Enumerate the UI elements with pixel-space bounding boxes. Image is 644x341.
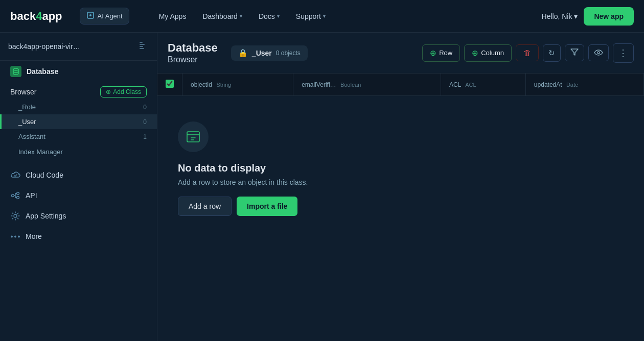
- add-row-button[interactable]: ⊕ Row: [422, 44, 460, 62]
- empty-icon: [178, 121, 209, 152]
- user-chevron-icon: ▾: [574, 12, 578, 20]
- svg-rect-5: [140, 48, 144, 49]
- empty-subtitle: Add a row to store an object in this cla…: [178, 178, 308, 186]
- checkbox-column-header: [157, 74, 182, 96]
- col-objectid-label: objectId: [191, 81, 212, 88]
- more-options-button[interactable]: ⋮: [613, 43, 634, 63]
- obj-count: 0 objects: [276, 50, 301, 57]
- add-class-icon: ⊕: [106, 88, 111, 95]
- sidebar-item-cloud-code[interactable]: Cloud Code: [0, 165, 157, 185]
- ai-agent-button[interactable]: AI Agent: [80, 8, 129, 25]
- cloud-code-icon: [10, 170, 20, 180]
- browser-row: Browser ⊕ Add Class: [0, 82, 157, 100]
- add-col-label: Column: [481, 49, 504, 57]
- table-area: objectId String emailVerifi… Boolean ACL…: [157, 74, 644, 341]
- lock-icon: 🔒: [238, 48, 248, 58]
- top-nav: back4app AI Agent My Apps Dashboard ▾ Do…: [0, 0, 644, 33]
- filter-icon: [570, 48, 579, 57]
- logo[interactable]: back4app: [10, 10, 62, 23]
- app-title-row[interactable]: back4app-openai-vir…: [0, 33, 157, 61]
- ai-agent-label: AI Agent: [98, 12, 123, 20]
- refresh-icon: ↻: [548, 48, 555, 57]
- filter-button[interactable]: [565, 44, 584, 61]
- nav-support-label: Support: [296, 12, 321, 20]
- content-area: Database Browser 🔒 _User 0 objects ⊕ Row…: [157, 33, 644, 341]
- svg-point-11: [11, 235, 13, 237]
- class-item-role-count: 0: [143, 104, 147, 111]
- nav-support[interactable]: Support ▾: [289, 9, 333, 23]
- nav-my-apps-label: My Apps: [159, 12, 187, 20]
- api-icon: [10, 190, 20, 201]
- empty-actions: Add a row Import a file: [178, 197, 297, 216]
- nav-links: My Apps Dashboard ▾ Docs ▾ Support ▾: [152, 9, 530, 23]
- visibility-button[interactable]: [588, 44, 609, 61]
- more-dots-icon: ⋮: [618, 48, 628, 58]
- sidebar-item-api[interactable]: API: [0, 185, 157, 206]
- database-header[interactable]: Database: [0, 61, 157, 82]
- svg-point-12: [14, 235, 16, 237]
- nav-my-apps[interactable]: My Apps: [152, 9, 194, 23]
- cloud-code-label: Cloud Code: [26, 171, 147, 179]
- svg-point-9: [17, 197, 19, 199]
- eye-icon: [594, 48, 603, 57]
- col-objectid-type: String: [216, 82, 231, 88]
- class-item-user[interactable]: _User 0: [0, 114, 157, 129]
- refresh-button[interactable]: ↻: [543, 44, 561, 62]
- browser-label[interactable]: Browser: [10, 88, 100, 96]
- sidebar-item-more[interactable]: More: [0, 226, 157, 247]
- sidebar-item-app-settings[interactable]: App Settings: [0, 206, 157, 226]
- more-label: More: [26, 232, 147, 240]
- class-item-role-label: _Role: [18, 103, 36, 111]
- empty-title: No data to display: [178, 162, 266, 174]
- select-all-checkbox[interactable]: [166, 80, 174, 88]
- svg-rect-15: [187, 132, 199, 142]
- expand-icon: [140, 42, 149, 51]
- add-row-label: Row: [439, 49, 452, 57]
- nav-docs-label: Docs: [259, 12, 275, 20]
- col-object-id: objectId String: [182, 74, 293, 96]
- user-menu[interactable]: Hello, Nik ▾: [542, 12, 578, 20]
- col-acl-type: ACL: [465, 82, 476, 88]
- new-app-button[interactable]: New app: [584, 7, 634, 26]
- nav-dashboard-label: Dashboard: [202, 12, 238, 20]
- class-name: _User: [252, 49, 272, 57]
- col-acl: ACL ACL: [441, 74, 525, 96]
- app-settings-label: App Settings: [26, 212, 147, 220]
- svg-point-6: [13, 68, 18, 70]
- data-table: objectId String emailVerifi… Boolean ACL…: [157, 74, 644, 96]
- dashboard-chevron-icon: ▾: [240, 13, 242, 19]
- api-label: API: [26, 191, 147, 200]
- svg-point-14: [597, 52, 600, 54]
- nav-docs[interactable]: Docs ▾: [251, 9, 287, 23]
- import-file-button[interactable]: Import a file: [237, 197, 297, 216]
- delete-button[interactable]: 🗑: [516, 44, 539, 61]
- nav-dashboard[interactable]: Dashboard ▾: [195, 9, 249, 23]
- db-browser-title: Database Browser: [168, 41, 218, 64]
- empty-add-row-button[interactable]: Add a row: [178, 197, 232, 216]
- class-item-assistant-label: Assistant: [18, 133, 45, 140]
- col-updatedat-type: Date: [566, 82, 578, 88]
- class-item-user-label: _User: [18, 118, 36, 126]
- add-column-button[interactable]: ⊕ Column: [464, 44, 512, 62]
- header-actions: ⊕ Row ⊕ Column 🗑 ↻: [422, 43, 634, 63]
- class-item-assistant[interactable]: Assistant 1: [0, 129, 157, 144]
- database-icon: [10, 66, 21, 77]
- settings-icon: [10, 211, 20, 221]
- empty-state: No data to display Add a row to store an…: [157, 96, 644, 241]
- ai-agent-icon: [86, 11, 95, 21]
- main-layout: back4app-openai-vir…: [0, 33, 644, 341]
- svg-point-10: [14, 214, 17, 217]
- user-greeting: Hello, Nik: [542, 12, 572, 20]
- app-title-text: back4app-openai-vir…: [8, 42, 80, 51]
- svg-rect-3: [140, 44, 145, 45]
- add-row-icon: ⊕: [430, 48, 436, 58]
- svg-point-13: [18, 235, 20, 237]
- add-class-button[interactable]: ⊕ Add Class: [100, 86, 147, 98]
- svg-rect-4: [140, 46, 143, 47]
- support-chevron-icon: ▾: [323, 13, 326, 19]
- index-manager-link[interactable]: Index Manager: [0, 144, 157, 160]
- class-item-role[interactable]: _Role 0: [0, 100, 157, 114]
- svg-point-7: [12, 194, 14, 197]
- add-col-icon: ⊕: [472, 48, 478, 58]
- nav-right: Hello, Nik ▾ New app: [542, 7, 634, 26]
